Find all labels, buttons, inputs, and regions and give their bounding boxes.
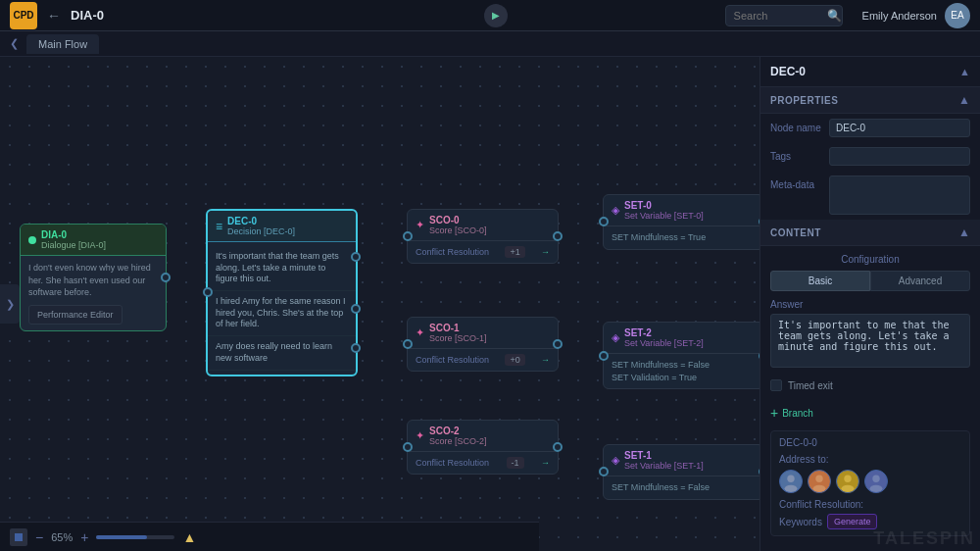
node-name-input[interactable] (829, 119, 970, 137)
user-avatar[interactable]: EA (945, 3, 970, 28)
user-name: Emily Anderson (862, 10, 937, 22)
play-button[interactable]: ▶ (484, 4, 508, 27)
avatar-3[interactable] (836, 470, 859, 493)
dec0-choice2[interactable]: I hired Amy for the same reason I hired … (208, 291, 356, 336)
tab-basic[interactable]: Basic (770, 271, 870, 291)
sco2-badge: -1 (507, 457, 524, 469)
main-flow-tab[interactable]: Main Flow (26, 34, 99, 54)
dec0-subtitle: Decision [DEC-0] (227, 226, 295, 236)
sco1-out-connector[interactable] (553, 339, 563, 349)
answer-label: Answer (770, 299, 970, 310)
sco0-out-connector[interactable] (553, 231, 563, 241)
set2-title: SET-2 (624, 327, 704, 338)
svg-point-7 (785, 485, 798, 492)
svg-point-10 (844, 476, 851, 482)
plus-icon: + (770, 405, 778, 421)
panel-collapse-button[interactable]: ▲ (959, 66, 970, 77)
dec0-choice3[interactable]: Amy does really need to learn new softwa… (208, 336, 356, 370)
tags-label: Tags (770, 147, 824, 162)
set2-in-connector[interactable] (599, 351, 609, 361)
search-icon: 🔍 (827, 9, 842, 23)
tags-input[interactable] (829, 147, 970, 166)
zoom-slider[interactable] (96, 535, 174, 539)
set1-icon: ◈ (612, 454, 619, 467)
config-label: Configuration (770, 254, 970, 265)
svg-point-11 (842, 485, 855, 492)
svg-point-13 (870, 485, 883, 492)
set0-content: SET Mindfulness = True (604, 226, 760, 249)
svg-point-12 (872, 476, 879, 482)
sco1-badge: +0 (505, 354, 524, 366)
dec0-icon: ≡ (216, 220, 222, 233)
nav-left-icon: ❮ (10, 37, 19, 50)
back-button[interactable]: ← (47, 8, 61, 24)
address-label: Address to: (779, 454, 961, 465)
timed-exit-checkbox[interactable] (770, 379, 782, 391)
dec0-out1-connector[interactable] (351, 252, 361, 262)
performance-editor-button[interactable]: Performance Editor (28, 305, 122, 326)
tab-advanced[interactable]: Advanced (870, 271, 970, 291)
dia0-title: DIA-0 (41, 229, 106, 240)
search-input[interactable] (734, 10, 822, 22)
set0-node: ◈ SET-0 Set Variable [SET-0] SET Mindful… (603, 194, 760, 250)
dec0-choice1[interactable]: It's important that the team gets along.… (208, 246, 356, 291)
sco1-title: SCO-1 (429, 323, 487, 333)
sco2-out-connector[interactable] (553, 442, 563, 452)
sco0-arrow: → (541, 247, 550, 257)
stop-button[interactable] (10, 528, 27, 546)
set2-node: ◈ SET-2 Set Variable [SET-2] SET Mindful… (603, 322, 760, 389)
properties-section-header[interactable]: PROPERTIES ▲ (760, 87, 980, 114)
dia0-out-connector[interactable] (161, 273, 171, 282)
dec0-title: DEC-0 (227, 216, 295, 226)
subsection-title: DEC-0-0 (779, 437, 961, 448)
sco0-node: ✦ SCO-0 Score [SCO-0] Conflict Resolutio… (407, 209, 559, 264)
sco2-subtitle: Score [SCO-2] (429, 436, 487, 446)
content-section-header[interactable]: CONTENT ▲ (760, 220, 980, 246)
timed-exit-label: Timed exit (788, 380, 833, 391)
set2-subtitle: Set Variable [SET-2] (624, 338, 704, 348)
avatar-1[interactable] (779, 470, 803, 493)
dec0-out2-connector[interactable] (351, 304, 361, 314)
conflict-resolution-label: Conflict Resolution: (779, 499, 961, 510)
set0-in-connector[interactable] (599, 217, 609, 226)
dec0-in-connector[interactable] (203, 287, 213, 297)
sco1-node: ✦ SCO-1 Score [SCO-1] Conflict Resolutio… (407, 317, 559, 372)
zoom-level-display: 65% (51, 531, 73, 543)
page-title: DIA-0 (71, 8, 268, 23)
properties-collapse-icon[interactable]: ▲ (958, 93, 970, 107)
set1-title: SET-1 (624, 450, 704, 461)
set2-icon: ◈ (612, 331, 619, 344)
set1-subtitle: Set Variable [SET-1] (624, 461, 704, 471)
sco2-arrow: → (541, 458, 550, 468)
avatar-4[interactable] (864, 470, 888, 493)
avatar-2[interactable] (808, 470, 831, 493)
sco2-in-connector[interactable] (403, 442, 413, 452)
set1-node: ◈ SET-1 Set Variable [SET-1] SET Mindful… (603, 444, 760, 500)
sco2-icon: ✦ (416, 429, 424, 442)
canvas-collapse-button[interactable]: ❯ (0, 284, 20, 324)
set2-content: SET Mindfulness = False SET Validation =… (604, 354, 760, 388)
answer-textarea[interactable]: It's important to me that the team gets … (770, 314, 970, 368)
content-collapse-icon[interactable]: ▲ (958, 225, 970, 239)
svg-point-9 (813, 485, 826, 492)
zoom-in-button[interactable]: + (80, 529, 88, 545)
svg-point-6 (787, 476, 794, 482)
sco1-in-connector[interactable] (403, 339, 413, 349)
set1-in-connector[interactable] (599, 467, 609, 476)
dia0-subtitle: Dialogue [DIA-0] (41, 240, 106, 250)
add-branch-button[interactable]: + Branch (770, 401, 813, 425)
zoom-out-button[interactable]: − (35, 529, 43, 545)
sco1-subtitle: Score [SCO-1] (429, 333, 487, 343)
properties-label: PROPERTIES (770, 95, 838, 106)
generate-button[interactable]: Generate (827, 514, 878, 529)
meta-data-input[interactable] (829, 175, 970, 215)
sco2-footer-label: Conflict Resolution (416, 458, 489, 468)
sco1-footer-label: Conflict Resolution (416, 355, 489, 365)
sco0-in-connector[interactable] (403, 231, 413, 241)
content-label: CONTENT (770, 227, 821, 238)
node-name-label: Node name (770, 119, 824, 133)
sco0-icon: ✦ (416, 219, 424, 231)
sco0-footer-label: Conflict Resolution (416, 247, 489, 257)
dec0-out3-connector[interactable] (351, 343, 361, 353)
sco2-node: ✦ SCO-2 Score [SCO-2] Conflict Resolutio… (407, 420, 559, 475)
